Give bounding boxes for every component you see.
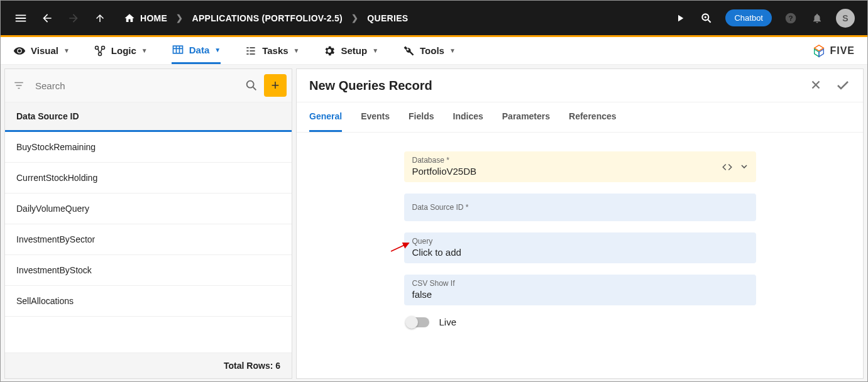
list: BuyStockRemaining CurrentStockHolding Da… bbox=[5, 132, 292, 352]
tab-visual[interactable]: Visual ▼ bbox=[13, 37, 70, 64]
tab-events[interactable]: Events bbox=[361, 102, 390, 132]
logic-icon bbox=[94, 45, 106, 57]
check-icon[interactable] bbox=[835, 78, 850, 93]
list-footer: Total Rows: 6 bbox=[5, 352, 292, 378]
menu-icon[interactable] bbox=[13, 11, 28, 26]
code-icon[interactable] bbox=[722, 161, 733, 173]
list-item[interactable]: DailyVolumeQuery bbox=[5, 194, 292, 224]
query-value: Click to add bbox=[412, 247, 748, 258]
list-item[interactable]: InvestmentBySector bbox=[5, 224, 292, 255]
datasource-label: Data Source ID * bbox=[412, 203, 748, 212]
tab-logic[interactable]: Logic ▼ bbox=[94, 37, 148, 64]
breadcrumb-app[interactable]: APPLICATIONS (PORTFOLIOV-2.5) bbox=[192, 13, 343, 23]
list-item[interactable]: BuyStockRemaining bbox=[5, 132, 292, 163]
close-icon[interactable] bbox=[809, 78, 823, 93]
csv-field[interactable]: CSV Show If false bbox=[404, 275, 756, 305]
breadcrumb-page[interactable]: QUERIES bbox=[367, 13, 408, 23]
tab-tools[interactable]: Tools ▼ bbox=[402, 37, 456, 64]
chevron-down-icon: ▼ bbox=[141, 47, 148, 54]
logo-icon bbox=[812, 44, 826, 58]
svg-line-8 bbox=[97, 48, 99, 52]
svg-line-1 bbox=[708, 19, 711, 22]
search-input[interactable] bbox=[31, 77, 239, 95]
csv-label: CSV Show If bbox=[412, 279, 748, 288]
form-fields: Database * PortfolioV25DB Data Source ID… bbox=[404, 151, 756, 359]
chevron-down-icon[interactable] bbox=[739, 161, 749, 173]
breadcrumb-home[interactable]: HOME bbox=[124, 13, 167, 24]
tab-data[interactable]: Data ▼ bbox=[172, 37, 221, 64]
add-button[interactable]: + bbox=[264, 74, 287, 97]
list-item[interactable]: SellAllocations bbox=[5, 286, 292, 317]
live-toggle-row: Live bbox=[404, 317, 756, 327]
body: + Data Source ID BuyStockRemaining Curre… bbox=[1, 65, 867, 382]
list-item[interactable]: InvestmentByStock bbox=[5, 255, 292, 286]
tools-icon bbox=[402, 45, 415, 57]
tab-tasks[interactable]: Tasks ▼ bbox=[244, 37, 299, 64]
forward-icon bbox=[66, 11, 81, 26]
database-field-actions bbox=[722, 161, 749, 173]
tab-general[interactable]: General bbox=[309, 102, 342, 132]
plus-icon: + bbox=[272, 77, 280, 94]
svg-point-17 bbox=[247, 81, 254, 88]
svg-line-9 bbox=[101, 48, 102, 52]
help-icon[interactable]: ? bbox=[783, 11, 798, 26]
tab-tools-label: Tools bbox=[420, 45, 444, 56]
search-global-icon[interactable] bbox=[699, 11, 714, 26]
search-icon[interactable] bbox=[243, 79, 260, 92]
table-icon bbox=[172, 43, 184, 56]
right-pane: New Queries Record General Events Fields… bbox=[296, 68, 864, 379]
chevron-right-icon: ❯ bbox=[176, 13, 183, 23]
tab-setup[interactable]: Setup ▼ bbox=[323, 37, 378, 64]
live-label: Live bbox=[439, 317, 457, 327]
play-icon[interactable] bbox=[673, 11, 688, 26]
tab-references[interactable]: References bbox=[569, 102, 617, 132]
svg-text:?: ? bbox=[788, 14, 793, 22]
datasource-field[interactable]: Data Source ID * bbox=[404, 194, 756, 221]
tab-logic-label: Logic bbox=[111, 45, 136, 56]
back-icon[interactable] bbox=[40, 11, 55, 26]
search-row: + bbox=[5, 69, 292, 102]
tab-data-label: Data bbox=[189, 45, 210, 55]
tab-visual-label: Visual bbox=[31, 45, 58, 56]
eye-icon bbox=[13, 45, 26, 57]
filter-icon[interactable] bbox=[10, 80, 28, 91]
form-tabs: General Events Fields Indices Parameters… bbox=[297, 102, 863, 133]
chevron-down-icon: ▼ bbox=[214, 46, 221, 53]
query-label: Query bbox=[412, 237, 748, 246]
logo: FIVE bbox=[812, 44, 855, 58]
up-icon[interactable] bbox=[92, 11, 107, 26]
left-pane: + Data Source ID BuyStockRemaining Curre… bbox=[4, 68, 292, 379]
bell-icon[interactable] bbox=[810, 11, 825, 26]
csv-value: false bbox=[412, 289, 748, 300]
tab-indices[interactable]: Indices bbox=[453, 102, 483, 132]
avatar[interactable]: S bbox=[836, 9, 855, 28]
logo-text: FIVE bbox=[830, 45, 855, 57]
topbar-right: Chatbot ? S bbox=[673, 9, 855, 28]
home-icon bbox=[124, 13, 135, 24]
list-column-header[interactable]: Data Source ID bbox=[5, 102, 292, 132]
chatbot-button[interactable]: Chatbot bbox=[725, 9, 772, 26]
toggle-knob bbox=[405, 316, 418, 329]
list-item[interactable]: CurrentStockHolding bbox=[5, 163, 292, 194]
database-field[interactable]: Database * PortfolioV25DB bbox=[404, 151, 756, 182]
live-toggle[interactable] bbox=[407, 317, 429, 327]
svg-rect-10 bbox=[173, 46, 182, 53]
breadcrumb-home-label: HOME bbox=[140, 13, 167, 23]
query-field[interactable]: Query Click to add bbox=[404, 232, 756, 263]
form-header: New Queries Record bbox=[297, 69, 863, 102]
tab-tasks-label: Tasks bbox=[262, 45, 288, 56]
chevron-down-icon: ▼ bbox=[63, 47, 70, 54]
breadcrumb-page-label: QUERIES bbox=[367, 13, 408, 23]
topbar: HOME ❯ APPLICATIONS (PORTFOLIOV-2.5) ❯ Q… bbox=[1, 1, 867, 35]
svg-point-2 bbox=[705, 16, 706, 18]
tab-setup-label: Setup bbox=[341, 45, 367, 56]
chevron-down-icon: ▼ bbox=[372, 47, 378, 54]
svg-point-7 bbox=[98, 52, 101, 55]
tab-parameters[interactable]: Parameters bbox=[502, 102, 550, 132]
topbar-left: HOME ❯ APPLICATIONS (PORTFOLIOV-2.5) ❯ Q… bbox=[13, 11, 408, 26]
chevron-down-icon: ▼ bbox=[294, 47, 300, 54]
form-header-actions bbox=[809, 78, 850, 93]
tab-fields[interactable]: Fields bbox=[409, 102, 434, 132]
gear-icon bbox=[323, 45, 336, 57]
database-value: PortfolioV25DB bbox=[412, 166, 748, 177]
